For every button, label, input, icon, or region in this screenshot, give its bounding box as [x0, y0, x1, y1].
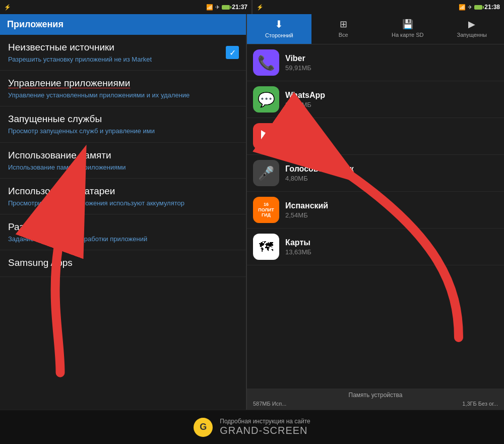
- setting-memory-usage[interactable]: Использование памяти Использование памят…: [0, 143, 246, 179]
- checkbox-checked-icon: ✓: [226, 46, 239, 59]
- checkbox-unknown-sources[interactable]: ✓: [226, 46, 239, 59]
- spanish-name: Испанский: [285, 201, 498, 210]
- tab-third-party-label: Сторонний: [265, 32, 293, 38]
- left-panel-title: Приложения: [7, 19, 64, 29]
- right-panel: ⬇ Сторонний ⊞ Все 💾 На карте SD ▶ Запуще…: [247, 14, 504, 410]
- tab-running-icon: ▶: [468, 19, 475, 30]
- battery-icon-right: [474, 5, 482, 10]
- dual-status-bar: ⚡ 📶 ✈ 21:37 ⚡ 📶 ✈ 21:38: [0, 0, 504, 14]
- viber-icon: 📞: [253, 49, 279, 76]
- banner-title-normal: SCREEN: [263, 425, 307, 436]
- tab-running-label: Запущенны: [457, 32, 487, 38]
- setting-running-services-title: Запущенные службы: [8, 114, 238, 125]
- maps-info: Карты 13,63МБ: [285, 238, 498, 256]
- banner-logo: G: [194, 418, 213, 437]
- app-list: 📞 Viber 59,91МБ 💬 WhatsApp 27,73МБ: [247, 44, 504, 388]
- setting-battery-usage-subtitle: Просмотрите, какие приложения используют…: [8, 199, 238, 208]
- battery-icon-left: [222, 5, 230, 10]
- panels-wrapper: Приложения Неизвестные источники Разреши…: [0, 14, 504, 410]
- whatsapp-name: WhatsApp: [285, 91, 498, 100]
- viber-name: Viber: [285, 54, 498, 63]
- youtube-name: YouTube: [285, 128, 498, 137]
- spanish-size: 2,54МБ: [285, 211, 498, 219]
- usb-icon-right: ⚡: [257, 4, 264, 11]
- left-status-bar: ⚡ 📶 ✈ 21:37: [0, 0, 253, 14]
- youtube-play-icon: [261, 130, 271, 142]
- left-panel: Приложения Неизвестные источники Разреши…: [0, 14, 247, 410]
- voice-search-icon: 🎤: [253, 160, 279, 186]
- right-time: 21:38: [484, 4, 500, 11]
- tab-running[interactable]: ▶ Запущенны: [440, 14, 505, 44]
- spanish-icon: 16ПОЛИТГИД: [253, 197, 279, 223]
- voice-search-size: 4,80МБ: [285, 175, 498, 182]
- right-status-icons: ⚡: [257, 4, 264, 11]
- setting-unknown-sources-title: Неизвестные источники: [8, 42, 238, 53]
- left-status-icons: ⚡: [4, 4, 11, 11]
- maps-size: 13,63МБ: [285, 248, 498, 256]
- app-item-spanish[interactable]: 16ПОЛИТГИД Испанский 2,54МБ: [247, 192, 504, 229]
- setting-running-services[interactable]: Запущенные службы Просмотр запущенных сл…: [0, 106, 246, 142]
- app-tabs: ⬇ Сторонний ⊞ Все 💾 На карте SD ▶ Запуще…: [247, 14, 504, 44]
- whatsapp-info: WhatsApp 27,73МБ: [285, 91, 498, 108]
- setting-manage-apps-title: Управление приложениями: [8, 78, 238, 89]
- left-panel-header: Приложения: [0, 14, 246, 35]
- setting-memory-usage-title: Использование памяти: [8, 150, 238, 161]
- setting-running-services-subtitle: Просмотр запущенных служб и управление и…: [8, 127, 238, 136]
- app-item-viber[interactable]: 📞 Viber 59,91МБ: [247, 44, 504, 81]
- youtube-info: YouTube 13,87МБ: [285, 128, 498, 145]
- sim-icon-right: 📶: [459, 4, 466, 11]
- airplane-icon: ✈: [215, 4, 220, 11]
- maps-icon: 🗺: [253, 234, 279, 260]
- right-status-bar: ⚡ 📶 ✈ 21:38: [253, 0, 504, 14]
- bottom-banner: G Подробная инструкция на сайте GRAND-SC…: [0, 410, 504, 444]
- memory-free: 1,3ГБ Без ог...: [462, 401, 498, 407]
- setting-battery-usage[interactable]: Использование батареи Просмотрите, какие…: [0, 179, 246, 214]
- memory-bar-title: Память устройства: [253, 392, 498, 399]
- app-item-youtube[interactable]: YouTube 13,87МБ: [247, 118, 504, 155]
- maps-name: Карты: [285, 238, 498, 247]
- viber-size: 59,91МБ: [285, 64, 498, 72]
- memory-used: 587МБ Исп...: [253, 401, 286, 407]
- setting-samsung-apps[interactable]: Samsung Apps: [0, 250, 246, 277]
- app-item-maps[interactable]: 🗺 Карты 13,63МБ: [247, 229, 504, 265]
- tab-sd-card-icon: 💾: [402, 19, 413, 30]
- tab-third-party-icon: ⬇: [275, 18, 283, 30]
- left-status-right: 📶 ✈ 21:37: [206, 4, 247, 11]
- setting-development-title: Разработка: [8, 221, 238, 233]
- sim-icon: 📶: [206, 4, 213, 11]
- whatsapp-icon: 💬: [253, 86, 279, 113]
- youtube-size: 13,87МБ: [285, 138, 498, 145]
- setting-unknown-sources[interactable]: Неизвестные источники Разрешить установк…: [0, 35, 246, 71]
- setting-unknown-sources-subtitle: Разрешить установку приложений не из Mar…: [8, 55, 238, 64]
- memory-bar-row: 587МБ Исп... 1,3ГБ Без ог...: [253, 401, 498, 407]
- tab-all[interactable]: ⊞ Все: [311, 14, 376, 44]
- banner-subtitle: Подробная инструкция на сайте: [220, 418, 310, 425]
- banner-title: GRAND-SCREEN: [220, 425, 307, 436]
- airplane-icon-right: ✈: [468, 4, 472, 11]
- banner-title-bold: GRAND-: [220, 425, 263, 436]
- voice-search-info: Голосовой поиск 4,80МБ: [285, 164, 498, 182]
- usb-icon: ⚡: [4, 4, 11, 11]
- viber-info: Viber 59,91МБ: [285, 54, 498, 72]
- app-item-whatsapp[interactable]: 💬 WhatsApp 27,73МБ: [247, 81, 504, 118]
- setting-manage-apps[interactable]: Управление приложениями Управление устан…: [0, 71, 246, 106]
- left-time: 21:37: [232, 4, 247, 11]
- spanish-info: Испанский 2,54МБ: [285, 201, 498, 219]
- whatsapp-size: 27,73МБ: [285, 101, 498, 108]
- setting-development-subtitle: Задание параметров разработки приложений: [8, 235, 238, 244]
- right-status-right: 📶 ✈ 21:38: [459, 4, 500, 11]
- setting-memory-usage-subtitle: Использование памяти приложениями: [8, 163, 238, 172]
- setting-battery-usage-title: Использование батареи: [8, 186, 238, 197]
- tab-sd-card-label: На карте SD: [392, 32, 424, 38]
- setting-manage-apps-subtitle: Управление установленными приложениями и…: [8, 91, 238, 100]
- tab-all-label: Все: [339, 32, 348, 38]
- voice-search-name: Голосовой поиск: [285, 164, 498, 174]
- app-item-voice-search[interactable]: 🎤 Голосовой поиск 4,80МБ: [247, 155, 504, 192]
- tab-third-party[interactable]: ⬇ Сторонний: [247, 14, 311, 44]
- banner-text: Подробная инструкция на сайте GRAND-SCRE…: [220, 418, 310, 436]
- youtube-icon: [253, 123, 279, 149]
- tab-sd-card[interactable]: 💾 На карте SD: [375, 14, 440, 44]
- tab-all-icon: ⊞: [340, 19, 347, 30]
- left-panel-content: Неизвестные источники Разрешить установк…: [0, 35, 246, 410]
- setting-development[interactable]: Разработка Задание параметров разработки…: [0, 214, 246, 250]
